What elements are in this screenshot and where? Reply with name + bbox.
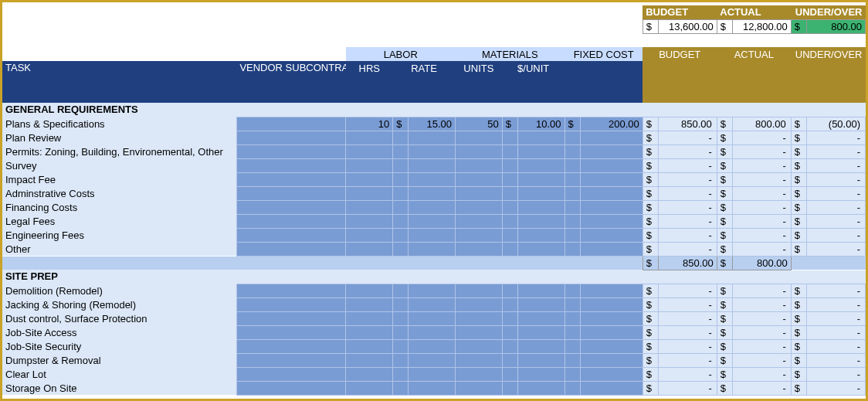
fixed-cell[interactable]	[580, 325, 643, 339]
perunit-cell[interactable]	[517, 284, 565, 297]
rate-cell[interactable]	[409, 381, 456, 395]
vendor-cell[interactable]	[236, 186, 346, 200]
perunit-cell[interactable]	[517, 353, 565, 367]
vendor-cell[interactable]	[236, 172, 346, 186]
fixed-cell[interactable]	[580, 297, 643, 311]
actual-cell[interactable]: -	[732, 311, 791, 325]
vendor-cell[interactable]	[236, 242, 346, 256]
underover-cell[interactable]: -	[807, 284, 866, 297]
rate-cell[interactable]	[409, 228, 456, 242]
actual-cell[interactable]: -	[732, 186, 791, 200]
hrs-cell[interactable]	[346, 144, 393, 158]
vendor-cell[interactable]	[236, 158, 346, 172]
task-cell[interactable]: Clear Lot	[2, 367, 236, 381]
budget-cell[interactable]: -	[658, 367, 717, 381]
hrs-cell[interactable]	[346, 367, 393, 381]
actual-cell[interactable]: -	[732, 284, 791, 297]
vendor-cell[interactable]	[236, 228, 346, 242]
units-cell[interactable]	[456, 339, 503, 353]
vendor-cell[interactable]	[236, 367, 346, 381]
hrs-cell[interactable]	[346, 353, 393, 367]
actual-cell[interactable]: -	[732, 228, 791, 242]
hrs-cell[interactable]	[346, 214, 393, 228]
fixed-cell[interactable]	[580, 172, 643, 186]
hrs-cell[interactable]	[346, 158, 393, 172]
units-cell[interactable]	[456, 284, 503, 297]
perunit-cell[interactable]	[517, 131, 565, 144]
underover-cell[interactable]: -	[807, 381, 866, 395]
hrs-cell[interactable]	[346, 297, 393, 311]
underover-cell[interactable]: -	[807, 353, 866, 367]
hrs-cell[interactable]	[346, 325, 393, 339]
task-cell[interactable]: Jacking & Shoring (Remodel)	[2, 297, 236, 311]
actual-cell[interactable]: -	[732, 158, 791, 172]
task-cell[interactable]: Permits: Zoning, Building, Environementa…	[2, 144, 236, 158]
budget-cell[interactable]: -	[658, 339, 717, 353]
task-cell[interactable]: Legal Fees	[2, 214, 236, 228]
actual-cell[interactable]: -	[732, 353, 791, 367]
hrs-cell[interactable]	[346, 172, 393, 186]
actual-cell[interactable]: -	[732, 200, 791, 214]
hrs-cell[interactable]: 10	[346, 117, 393, 131]
vendor-cell[interactable]	[236, 297, 346, 311]
actual-cell[interactable]: -	[732, 297, 791, 311]
underover-cell[interactable]: -	[807, 186, 866, 200]
rate-cell[interactable]	[409, 172, 456, 186]
budget-cell[interactable]: -	[658, 186, 717, 200]
units-cell[interactable]	[456, 353, 503, 367]
task-cell[interactable]: Impact Fee	[2, 172, 236, 186]
underover-cell[interactable]: -	[807, 311, 866, 325]
underover-cell[interactable]: -	[807, 158, 866, 172]
perunit-cell[interactable]	[517, 228, 565, 242]
fixed-cell[interactable]	[580, 158, 643, 172]
actual-cell[interactable]: -	[732, 367, 791, 381]
units-cell[interactable]	[456, 242, 503, 256]
summary-actual-value[interactable]: 12,800.00	[732, 19, 791, 33]
task-cell[interactable]: Dumpster & Removal	[2, 353, 236, 367]
underover-cell[interactable]: (50.00)	[807, 117, 866, 131]
budget-cell[interactable]: -	[658, 297, 717, 311]
rate-cell[interactable]	[409, 200, 456, 214]
hrs-cell[interactable]	[346, 242, 393, 256]
underover-cell[interactable]: -	[807, 242, 866, 256]
units-cell[interactable]	[456, 228, 503, 242]
underover-cell[interactable]: -	[807, 297, 866, 311]
budget-cell[interactable]: -	[658, 325, 717, 339]
task-cell[interactable]: Storage On Site	[2, 381, 236, 395]
vendor-cell[interactable]	[236, 353, 346, 367]
rate-cell[interactable]	[409, 325, 456, 339]
fixed-cell[interactable]	[580, 144, 643, 158]
vendor-cell[interactable]	[236, 200, 346, 214]
hrs-cell[interactable]	[346, 339, 393, 353]
underover-cell[interactable]: -	[807, 214, 866, 228]
perunit-cell[interactable]	[517, 144, 565, 158]
vendor-cell[interactable]	[236, 311, 346, 325]
fixed-cell[interactable]: 200.00	[580, 117, 643, 131]
fixed-cell[interactable]	[580, 242, 643, 256]
underover-cell[interactable]: -	[807, 200, 866, 214]
vendor-cell[interactable]	[236, 325, 346, 339]
fixed-cell[interactable]	[580, 381, 643, 395]
perunit-cell[interactable]: 10.00	[517, 117, 565, 131]
underover-cell[interactable]: -	[807, 325, 866, 339]
fixed-cell[interactable]	[580, 228, 643, 242]
actual-cell[interactable]: -	[732, 144, 791, 158]
units-cell[interactable]	[456, 325, 503, 339]
vendor-cell[interactable]	[236, 214, 346, 228]
actual-cell[interactable]: -	[732, 381, 791, 395]
vendor-cell[interactable]	[236, 339, 346, 353]
task-cell[interactable]: Engineering Fees	[2, 228, 236, 242]
summary-underover-value[interactable]: 800.00	[807, 19, 866, 33]
hrs-cell[interactable]	[346, 284, 393, 297]
actual-cell[interactable]: -	[732, 214, 791, 228]
hrs-cell[interactable]	[346, 311, 393, 325]
budget-cell[interactable]: -	[658, 214, 717, 228]
task-cell[interactable]: Job-Site Access	[2, 325, 236, 339]
hrs-cell[interactable]	[346, 186, 393, 200]
budget-cell[interactable]: -	[658, 381, 717, 395]
rate-cell[interactable]	[409, 131, 456, 144]
vendor-cell[interactable]	[236, 131, 346, 144]
task-cell[interactable]: Adminstrative Costs	[2, 186, 236, 200]
actual-cell[interactable]: -	[732, 131, 791, 144]
rate-cell[interactable]	[409, 242, 456, 256]
